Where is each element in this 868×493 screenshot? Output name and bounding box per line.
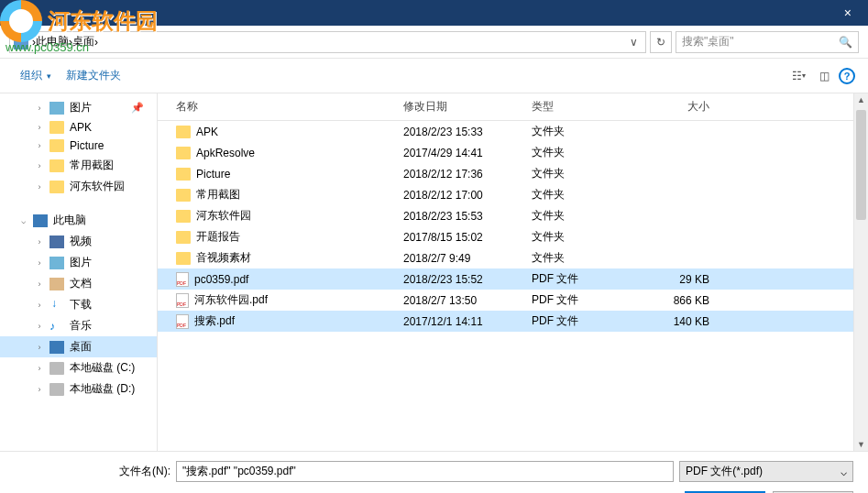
file-name: 河东软件园 [196, 208, 251, 224]
footer: 文件名(N): PDF 文件(*.pdf)⌵ 打开(O) 取消 [0, 451, 868, 493]
search-icon[interactable]: 🔍 [839, 36, 852, 49]
disk-icon [49, 383, 64, 396]
sidebar-item-label: 视频 [70, 234, 92, 249]
file-type: 文件夹 [524, 166, 625, 181]
sidebar: ›图片📌›APK›Picture›常用截图›河东软件园⌵此电脑›视频›图片›文档… [0, 93, 158, 451]
sidebar-item-此电脑[interactable]: ⌵此电脑 [0, 210, 157, 231]
sidebar-item-label: 桌面 [70, 339, 92, 355]
sidebar-item-音乐[interactable]: ›音乐 [0, 315, 157, 336]
folder-icon [176, 210, 191, 223]
file-name: APK [196, 126, 218, 138]
preview-pane-button[interactable]: ◫ [813, 66, 835, 86]
file-type: 文件夹 [524, 145, 625, 160]
pic-icon [49, 102, 64, 115]
expand-icon[interactable]: › [35, 301, 44, 310]
close-button[interactable]: × [835, 2, 861, 24]
sidebar-item-APK[interactable]: ›APK [0, 118, 157, 137]
sidebar-item-图片[interactable]: ›图片 [0, 252, 157, 273]
file-row[interactable]: ApkResolve2017/4/29 14:41文件夹 [158, 142, 853, 163]
file-row[interactable]: pc0359.pdf2018/2/23 15:52PDF 文件29 KB [158, 268, 853, 290]
sidebar-item-视频[interactable]: ›视频 [0, 231, 157, 252]
sidebar-item-label: APK [70, 121, 92, 134]
file-row[interactable]: 开题报告2017/8/15 15:02文件夹 [158, 226, 853, 247]
new-folder-button[interactable]: 新建文件夹 [59, 64, 128, 87]
col-date-header[interactable]: 修改日期 [396, 99, 524, 115]
breadcrumb-current[interactable]: 桌面 [72, 34, 94, 49]
disk-icon [49, 362, 64, 375]
expand-icon[interactable]: › [35, 104, 44, 113]
file-type: 文件夹 [524, 229, 625, 245]
expand-icon[interactable]: › [35, 364, 44, 373]
scroll-thumb[interactable] [856, 110, 866, 220]
file-type: PDF 文件 [524, 271, 625, 287]
sidebar-item-河东软件园[interactable]: ›河东软件园 [0, 176, 157, 197]
sidebar-item-label: Picture [70, 139, 104, 152]
scrollbar[interactable]: ▲ ▼ [853, 93, 868, 451]
expand-icon[interactable]: › [35, 237, 44, 246]
file-date: 2018/2/23 15:53 [396, 210, 524, 223]
filetype-select[interactable]: PDF 文件(*.pdf)⌵ [679, 461, 853, 482]
refresh-button[interactable]: ↻ [650, 31, 672, 53]
file-date: 2018/2/23 15:52 [396, 273, 524, 286]
breadcrumb-root[interactable]: 此电脑 [36, 34, 69, 49]
breadcrumb-dropdown[interactable]: ∨ [626, 36, 642, 49]
col-type-header[interactable]: 类型 [524, 99, 625, 115]
sidebar-item-label: 图片 [70, 255, 92, 270]
sidebar-item-常用截图[interactable]: ›常用截图 [0, 155, 157, 176]
expand-icon[interactable]: › [35, 385, 44, 394]
expand-icon[interactable]: › [35, 258, 44, 268]
sidebar-item-文档[interactable]: ›文档 [0, 273, 157, 294]
file-row[interactable]: 河东软件园.pdf2018/2/7 13:50PDF 文件866 KB [158, 290, 853, 311]
video-icon [49, 236, 64, 248]
file-date: 2017/4/29 14:41 [396, 147, 524, 159]
col-size-header[interactable]: 大小 [625, 99, 717, 115]
file-type: PDF 文件 [524, 313, 625, 329]
sidebar-item-label: 本地磁盘 (C:) [70, 360, 135, 376]
file-name: Picture [196, 168, 230, 181]
sidebar-item-本地磁盘 (C:)[interactable]: ›本地磁盘 (C:) [0, 357, 157, 378]
file-row[interactable]: 搜索.pdf2017/12/1 14:11PDF 文件140 KB [158, 311, 853, 332]
file-type: 文件夹 [524, 124, 625, 139]
help-button[interactable]: ? [839, 68, 855, 84]
filename-input[interactable] [176, 461, 674, 482]
sidebar-item-label: 此电脑 [53, 213, 86, 228]
file-row[interactable]: 常用截图2018/2/12 17:00文件夹 [158, 184, 853, 205]
column-headers: 名称 修改日期 类型 大小 [158, 93, 853, 121]
col-name-header[interactable]: 名称 [158, 99, 396, 115]
pdf-icon [176, 272, 189, 287]
expand-icon[interactable]: › [35, 141, 44, 150]
organize-button[interactable]: 组织▾ [13, 64, 59, 87]
expand-icon[interactable]: › [35, 279, 44, 289]
sidebar-item-Picture[interactable]: ›Picture [0, 137, 157, 155]
file-date: 2017/12/1 14:11 [396, 315, 524, 328]
view-options-button[interactable]: ☷ ▾ [787, 66, 809, 86]
breadcrumb-sep: › [94, 36, 98, 49]
folder-icon [49, 159, 64, 172]
file-row[interactable]: 音视频素材2018/2/7 9:49文件夹 [158, 247, 853, 268]
file-row[interactable]: 河东软件园2018/2/23 15:53文件夹 [158, 205, 853, 226]
sidebar-item-下载[interactable]: ›下载 [0, 294, 157, 315]
sidebar-item-本地磁盘 (D:)[interactable]: ›本地磁盘 (D:) [0, 378, 157, 400]
file-name: 音视频素材 [196, 250, 251, 266]
file-size: 866 KB [625, 294, 717, 307]
scroll-down-icon[interactable]: ▼ [854, 440, 868, 449]
expand-icon[interactable]: › [35, 161, 44, 170]
scroll-up-icon[interactable]: ▲ [854, 95, 868, 104]
expand-icon[interactable]: › [35, 343, 44, 352]
file-date: 2018/2/7 13:50 [396, 294, 524, 307]
file-row[interactable]: APK2018/2/23 15:33文件夹 [158, 121, 853, 142]
sidebar-item-图片[interactable]: ›图片📌 [0, 97, 157, 118]
search-input[interactable]: 搜索"桌面" 🔍 [676, 31, 859, 53]
sidebar-item-桌面[interactable]: ›桌面 [0, 336, 157, 357]
folder-icon [176, 252, 191, 265]
expand-icon[interactable]: › [35, 322, 44, 331]
expand-icon[interactable]: ⌵ [18, 216, 27, 225]
breadcrumb[interactable]: › 此电脑 › 桌面 › ∨ [9, 31, 646, 53]
file-row[interactable]: Picture2018/2/12 17:36文件夹 [158, 163, 853, 184]
file-date: 2018/2/12 17:36 [396, 168, 524, 181]
file-name: pc0359.pdf [194, 273, 248, 286]
down-icon [49, 299, 64, 312]
expand-icon[interactable]: › [35, 123, 44, 132]
expand-icon[interactable]: › [35, 182, 44, 192]
navigation-bar: › 此电脑 › 桌面 › ∨ ↻ 搜索"桌面" 🔍 [0, 26, 868, 59]
